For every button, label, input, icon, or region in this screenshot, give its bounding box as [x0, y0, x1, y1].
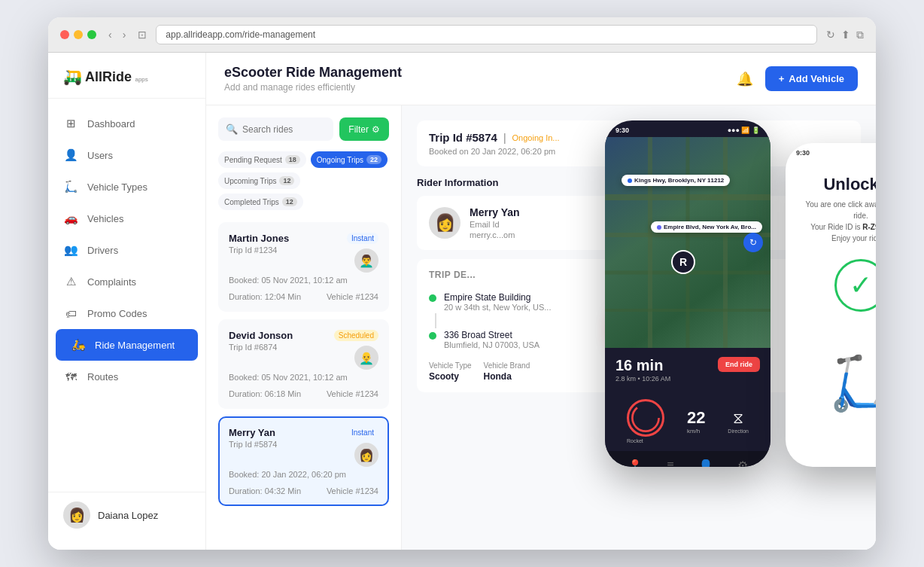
main-content: eScooter Ride Management Add and manage …	[206, 53, 876, 550]
checkmark-icon: ✓	[850, 270, 872, 301]
map-refresh-button[interactable]: ↻	[743, 233, 763, 252]
rider-avatar: 👨‍🦲	[354, 346, 378, 370]
sidebar-item-dashboard[interactable]: ⊞ Dashboard	[48, 108, 205, 139]
tab-ongoing[interactable]: Ongoing Trips 22	[311, 151, 388, 168]
ride-type: Instant	[347, 233, 378, 244]
list-item[interactable]: Merry Yan Trip Id #5874 Instant 👩 Booked…	[218, 416, 389, 506]
sidebar-nav: ⊞ Dashboard 👤 Users 🛴 Vehicle Types 🚗 Ve…	[48, 99, 205, 492]
filter-button[interactable]: Filter ⚙	[339, 117, 389, 141]
maximize-button[interactable]	[87, 30, 96, 39]
sidebar-item-promo-codes[interactable]: 🏷 Promo Codes	[48, 297, 205, 329]
list-item[interactable]: Martin Jones Trip Id #1234 Instant 👨‍🦱 B…	[218, 222, 389, 312]
minimize-button[interactable]	[74, 30, 83, 39]
trip-id: Trip Id #6874	[229, 343, 293, 352]
nav-list-icon[interactable]: ≡	[667, 459, 673, 467]
search-input[interactable]	[242, 124, 326, 135]
nav-profile-icon[interactable]: 👤	[698, 459, 713, 467]
direction-label: Direction	[728, 428, 749, 434]
speed-gauge-wrap: Rocket	[627, 399, 664, 444]
ride-id-label: Your Ride ID is	[810, 223, 860, 231]
tab-pending[interactable]: Pending Request 18	[218, 151, 306, 168]
unlock-title: Unlocked	[798, 175, 876, 194]
sidebar-item-ride-management[interactable]: 🛵 Ride Management	[56, 329, 198, 361]
logo-sub: apps	[135, 76, 147, 83]
user-name: Daiana Lopez	[98, 510, 158, 521]
filter-label: Filter	[348, 124, 369, 135]
sidebar-item-users[interactable]: 👤 Users	[48, 139, 205, 171]
ride-vehicle: Vehicle #1234	[327, 389, 378, 398]
direction-display: ⧖ Direction	[728, 410, 749, 434]
sidebar-user[interactable]: 👩 Daiana Lopez	[48, 492, 205, 538]
forward-button[interactable]: ›	[120, 27, 129, 42]
share-icon[interactable]: ⬆	[841, 29, 850, 41]
phone1-signal: ●●● 📶 🔋	[728, 127, 760, 134]
user-avatar-icon: 👩	[68, 507, 85, 523]
sidebar-label-dashboard: Dashboard	[87, 118, 135, 130]
tab-completed[interactable]: Completed Trips 12	[218, 194, 303, 210]
logo-icon: 🛺	[63, 68, 82, 86]
tabs-row: Pending Request 18 Ongoing Trips 22 Upco…	[218, 151, 389, 210]
sidebar-item-routes[interactable]: 🗺 Routes	[48, 361, 205, 392]
dest-city: Blumfield, NJ 07003, USA	[444, 340, 540, 349]
sidebar-item-vehicle-types[interactable]: 🛴 Vehicle Types	[48, 171, 205, 203]
tab-upcoming-count: 12	[279, 176, 294, 185]
sidebar-item-drivers[interactable]: 👥 Drivers	[48, 234, 205, 266]
tab-completed-label: Completed Trips	[224, 198, 279, 206]
close-button[interactable]	[60, 30, 69, 39]
nav-location-icon[interactable]: 📍	[628, 459, 643, 467]
ride-vehicle: Vehicle #1234	[327, 292, 378, 301]
rider-avatar: 👨‍🦱	[354, 248, 378, 273]
vehicles-icon: 🚗	[63, 211, 78, 226]
logo: 🛺 AllRide apps	[63, 68, 190, 86]
main-header: eScooter Ride Management Add and manage …	[206, 53, 876, 105]
tab-upcoming-label: Upcoming Trips	[224, 177, 276, 185]
list-item[interactable]: Devid Jonson Trip Id #6874 Scheduled 👨‍🦲…	[218, 319, 389, 409]
speed-display: 22 km/h	[687, 408, 705, 434]
phone2-time: 9:30	[796, 149, 810, 157]
origin-dot	[628, 178, 632, 183]
ride-duration: Duration: 04:32 Min	[229, 486, 301, 495]
sidebar-label-routes: Routes	[87, 371, 118, 383]
vehicle-type-label: Vehicle Type	[429, 361, 472, 370]
tab-upcoming[interactable]: Upcoming Trips 12	[218, 172, 300, 189]
tabs-icon[interactable]: ⧉	[856, 29, 864, 41]
ride-booked: Booked: 20 Jan 2022, 06:20 pm	[229, 470, 378, 479]
sidebar-toggle-icon[interactable]: ⊡	[138, 29, 147, 41]
sidebar-item-vehicles[interactable]: 🚗 Vehicles	[48, 203, 205, 234]
url-bar[interactable]: app.allrideapp.com/ride-management	[156, 25, 817, 44]
enjoy-text: Enjoy your ride !!!	[831, 234, 876, 242]
sidebar-label-vehicles: Vehicles	[87, 213, 123, 224]
add-vehicle-button[interactable]: + Add Vehicle	[765, 66, 858, 91]
browser-window: ‹ › ⊡ app.allrideapp.com/ride-management…	[48, 17, 876, 550]
search-icon: 🔍	[226, 123, 238, 135]
phone1-status-bar: 9:30 ●●● 📶 🔋	[605, 120, 771, 137]
sidebar-label-ride-management: Ride Management	[95, 340, 175, 351]
rider-avatar: 👩	[354, 443, 378, 467]
origin-city: 20 w 34th st, New York, US...	[444, 303, 551, 312]
back-button[interactable]: ‹	[105, 27, 115, 42]
browser-actions: ↻ ⬆ ⧉	[826, 29, 864, 41]
phone1-bottom-nav: 📍 ≡ 👤 ⚙	[605, 451, 771, 467]
sidebar-label-complaints: Complaints	[87, 276, 136, 288]
reload-icon[interactable]: ↻	[826, 29, 835, 41]
map-vehicle-badge: R	[671, 250, 695, 274]
phone-mockups: 9:30 ●●● 📶 🔋	[605, 120, 876, 467]
end-ride-button[interactable]: End ride	[718, 357, 760, 372]
person-scooter-icon: 🛴	[828, 357, 877, 410]
tab-completed-count: 12	[282, 197, 297, 206]
nav-buttons: ‹ ›	[105, 27, 129, 42]
phone1-time: 9:30	[615, 127, 629, 134]
ride-type: Instant	[347, 427, 378, 438]
map-view: Kings Hwy, Brooklyn, NY 11212 Empire Blv…	[605, 137, 771, 348]
notification-button[interactable]: 🔔	[737, 71, 753, 87]
sidebar-item-complaints[interactable]: ⚠ Complaints	[48, 266, 205, 297]
checkmark-circle: ✓	[834, 259, 876, 312]
svg-point-7	[632, 404, 658, 431]
add-icon: +	[779, 73, 785, 84]
logo-text: AllRide	[85, 69, 132, 84]
routes-icon: 🗺	[63, 369, 78, 384]
nav-settings-icon[interactable]: ⚙	[737, 459, 748, 467]
eta-sub: 2.8 km • 10:26 AM	[615, 375, 760, 383]
sidebar-label-promo: Promo Codes	[87, 308, 147, 319]
map-origin-pin: Kings Hwy, Brooklyn, NY 11212	[622, 175, 730, 186]
